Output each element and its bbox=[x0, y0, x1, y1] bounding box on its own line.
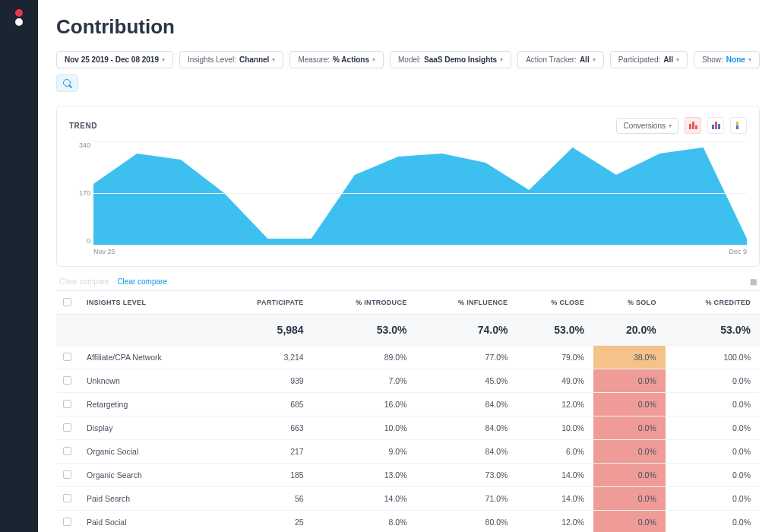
row-solo: 0.0% bbox=[593, 393, 666, 416]
row-influence: 80.0% bbox=[416, 511, 517, 533]
summary-participate: 5,984 bbox=[217, 315, 313, 346]
chart-plot-area bbox=[93, 141, 747, 245]
row-solo: 38.0% bbox=[593, 346, 666, 369]
row-credited: 0.0% bbox=[666, 440, 760, 464]
row-checkbox[interactable] bbox=[63, 470, 71, 479]
row-participate: 3,214 bbox=[217, 346, 313, 369]
select-all-checkbox[interactable] bbox=[63, 298, 71, 306]
col-influence[interactable]: % INFLUENCE bbox=[416, 291, 517, 315]
row-solo: 0.0% bbox=[593, 487, 666, 511]
chevron-down-icon: ▾ bbox=[676, 56, 679, 63]
row-introduce: 7.0% bbox=[313, 369, 416, 393]
chart-type-stacked-button[interactable] bbox=[730, 117, 747, 134]
logo-dot-top bbox=[15, 9, 23, 17]
chart-metric-dropdown[interactable]: Conversions ▾ bbox=[616, 118, 678, 134]
chevron-down-icon: ▾ bbox=[669, 122, 672, 129]
table-row: Retargeting 685 16.0% 84.0% 12.0% 0.0% 0… bbox=[56, 393, 760, 416]
row-introduce: 89.0% bbox=[313, 346, 416, 369]
chart-y-axis: 340 170 0 bbox=[69, 141, 90, 245]
summary-close: 53.0% bbox=[517, 315, 593, 346]
filter-participated[interactable]: Participated: All ▾ bbox=[610, 51, 688, 68]
row-influence: 84.0% bbox=[416, 440, 517, 464]
table-header-row: INSIGHTS LEVEL PARTICIPATE % INTRODUCE %… bbox=[56, 291, 760, 315]
row-close: 79.0% bbox=[517, 346, 593, 369]
table-row: Organic Search 185 13.0% 73.0% 14.0% 0.0… bbox=[56, 464, 760, 487]
filter-action-tracker[interactable]: Action Tracker: All ▾ bbox=[517, 51, 603, 68]
trend-card: TREND Conversions ▾ bbox=[56, 106, 760, 267]
row-solo: 0.0% bbox=[593, 369, 666, 393]
row-solo: 0.0% bbox=[593, 511, 666, 533]
row-checkbox[interactable] bbox=[63, 518, 71, 526]
row-close: 6.0% bbox=[517, 440, 593, 464]
col-insights-level[interactable]: INSIGHTS LEVEL bbox=[77, 291, 217, 315]
chevron-down-icon: ▾ bbox=[162, 56, 165, 63]
row-checkbox[interactable] bbox=[63, 376, 71, 385]
row-influence: 73.0% bbox=[416, 464, 517, 487]
clear-compare-link[interactable]: Clear compare bbox=[117, 277, 167, 286]
row-participate: 56 bbox=[217, 487, 313, 511]
summary-influence: 74.0% bbox=[416, 315, 517, 346]
row-credited: 100.0% bbox=[666, 346, 760, 369]
row-close: 12.0% bbox=[517, 393, 593, 416]
main-content: Contribution Nov 25 2019 - Dec 08 2019 ▾… bbox=[38, 0, 778, 532]
row-close: 12.0% bbox=[517, 511, 593, 533]
trend-chart: 340 170 0 Nov 25 Dec 9 bbox=[69, 141, 747, 255]
col-introduce[interactable]: % INTRODUCE bbox=[313, 291, 416, 315]
search-button[interactable] bbox=[56, 74, 78, 92]
filter-show[interactable]: Show: None ▾ bbox=[694, 51, 760, 68]
logo-dot-bottom bbox=[15, 18, 23, 26]
stacked-bar-icon bbox=[736, 122, 742, 129]
row-name: Organic Search bbox=[77, 464, 217, 487]
table-row: Organic Social 217 9.0% 84.0% 6.0% 0.0% … bbox=[56, 440, 760, 464]
bar-chart-icon bbox=[689, 122, 697, 129]
row-introduce: 16.0% bbox=[313, 393, 416, 416]
row-checkbox[interactable] bbox=[63, 423, 71, 432]
table-row: Paid Social 25 8.0% 80.0% 12.0% 0.0% 0.0… bbox=[56, 511, 760, 533]
row-credited: 0.0% bbox=[666, 369, 760, 393]
compare-label: Clear compare bbox=[59, 277, 109, 286]
chevron-down-icon: ▾ bbox=[272, 56, 275, 63]
row-introduce: 14.0% bbox=[313, 487, 416, 511]
row-close: 10.0% bbox=[517, 416, 593, 440]
col-credited[interactable]: % CREDITED bbox=[666, 291, 760, 315]
row-checkbox[interactable] bbox=[63, 494, 71, 502]
filter-model[interactable]: Model: SaaS Demo Insights ▾ bbox=[390, 51, 511, 68]
col-solo[interactable]: % SOLO bbox=[593, 291, 666, 315]
row-participate: 939 bbox=[217, 369, 313, 393]
row-name: Retargeting bbox=[77, 393, 217, 416]
chart-type-bar-button[interactable] bbox=[685, 117, 701, 134]
row-name: Paid Search bbox=[77, 487, 217, 511]
row-close: 49.0% bbox=[517, 369, 593, 393]
row-checkbox[interactable] bbox=[63, 353, 71, 361]
table-summary-row: 5,984 53.0% 74.0% 53.0% 20.0% 53.0% bbox=[56, 315, 760, 346]
row-participate: 685 bbox=[217, 393, 313, 416]
row-introduce: 9.0% bbox=[313, 440, 416, 464]
col-close[interactable]: % CLOSE bbox=[517, 291, 593, 315]
table-settings-icon[interactable]: ▦ bbox=[750, 277, 757, 286]
row-influence: 84.0% bbox=[416, 393, 517, 416]
table-row: Paid Search 56 14.0% 71.0% 14.0% 0.0% 0.… bbox=[56, 487, 760, 511]
grouped-bar-icon bbox=[712, 122, 720, 129]
row-participate: 185 bbox=[217, 464, 313, 487]
filter-measure[interactable]: Measure: % Actions ▾ bbox=[289, 51, 384, 68]
col-participate[interactable]: PARTICIPATE bbox=[217, 291, 313, 315]
row-introduce: 10.0% bbox=[313, 416, 416, 440]
row-credited: 0.0% bbox=[666, 511, 760, 533]
table-tools: Clear compare Clear compare ▦ bbox=[59, 277, 757, 286]
row-solo: 0.0% bbox=[593, 440, 666, 464]
table-row: Display 663 10.0% 84.0% 10.0% 0.0% 0.0% bbox=[56, 416, 760, 440]
summary-solo: 20.0% bbox=[593, 315, 666, 346]
row-influence: 77.0% bbox=[416, 346, 517, 369]
row-checkbox[interactable] bbox=[63, 400, 71, 408]
row-name: Paid Social bbox=[77, 511, 217, 533]
filter-bar: Nov 25 2019 - Dec 08 2019 ▾ Insights Lev… bbox=[56, 51, 760, 92]
filter-date-range[interactable]: Nov 25 2019 - Dec 08 2019 ▾ bbox=[56, 51, 173, 68]
row-credited: 0.0% bbox=[666, 393, 760, 416]
row-influence: 45.0% bbox=[416, 369, 517, 393]
row-name: Organic Social bbox=[77, 440, 217, 464]
row-checkbox[interactable] bbox=[63, 447, 71, 455]
chart-type-grouped-button[interactable] bbox=[707, 117, 724, 134]
row-name: Unknown bbox=[77, 369, 217, 393]
row-influence: 84.0% bbox=[416, 416, 517, 440]
filter-insights-level[interactable]: Insights Level: Channel ▾ bbox=[179, 51, 283, 68]
